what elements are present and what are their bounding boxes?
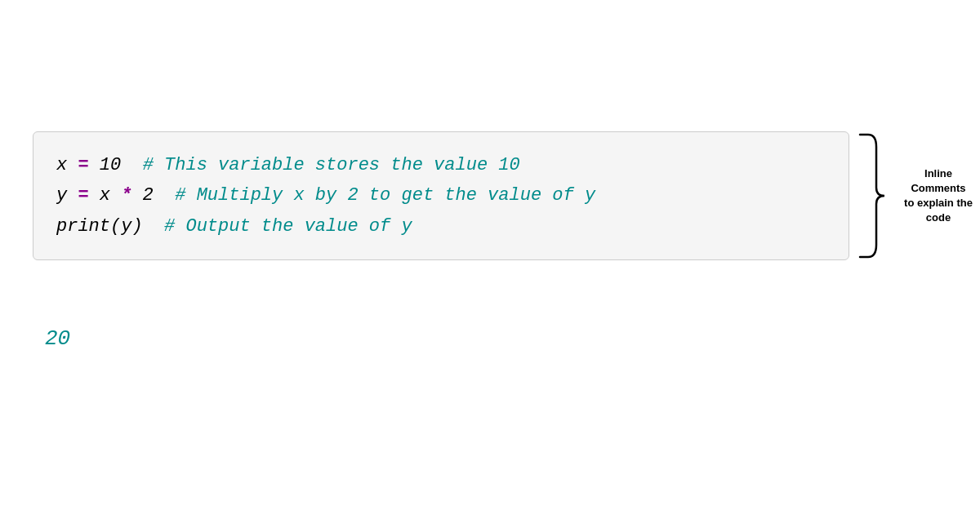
output-value: 20 [45, 326, 70, 351]
op-star: * [121, 180, 131, 210]
annotation-line1: Inline [924, 167, 952, 179]
val-10: 10 [89, 150, 143, 180]
code-line-2: y = x * 2 # Multiply x by 2 to get the v… [56, 180, 826, 210]
output-section: 20 [45, 326, 70, 351]
comment-3: # Output the value of y [164, 211, 412, 241]
annotation-line4: code [926, 211, 951, 224]
op-eq-1: = [78, 150, 88, 180]
annotation-label: Inline Comments to explain the code [893, 166, 980, 226]
var-y: y [56, 180, 78, 210]
var-x: x [56, 150, 78, 180]
annotation-container: Inline Comments to explain the code [856, 131, 980, 261]
code-line-3: print(y) # Output the value of y [56, 211, 826, 241]
code-line-1: x = 10 # This variable stores the value … [56, 150, 826, 180]
var-x-ref: x [89, 180, 122, 210]
comment-1: # This variable stores the value 10 [143, 150, 520, 180]
op-eq-2: = [78, 180, 88, 210]
annotation-line3: to explain the [904, 197, 973, 209]
main-container: x = 10 # This variable stores the value … [33, 131, 980, 261]
comment-2: # Multiply x by 2 to get the value of y [175, 180, 595, 210]
print-y: print(y) [56, 211, 164, 241]
code-block: x = 10 # This variable stores the value … [33, 131, 849, 260]
annotation-line2: Comments [911, 182, 965, 194]
brace-icon [856, 131, 889, 261]
val-2: 2 [131, 180, 175, 210]
